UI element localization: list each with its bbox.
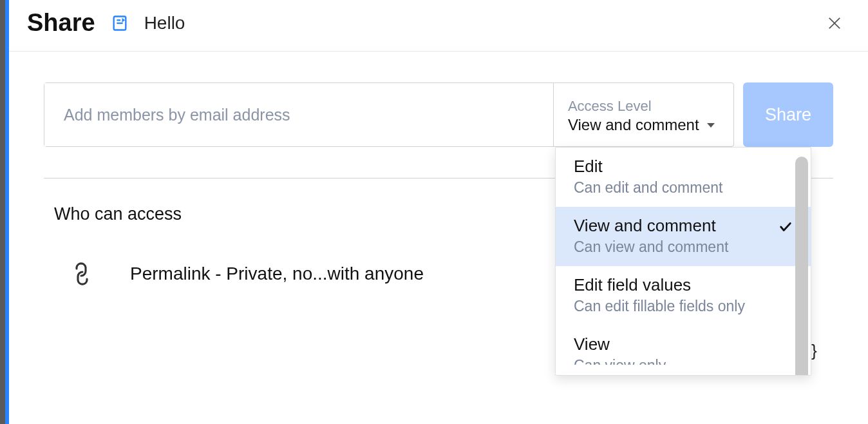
access-level-label: Access Level [568,98,719,115]
modal-title: Share [27,9,95,37]
invite-row: Access Level View and comment Share [44,82,833,147]
access-level-dropdown-trigger[interactable]: Access Level View and comment [553,83,733,146]
dropdown-item-title: Edit [574,157,722,177]
close-button[interactable] [824,13,845,34]
invite-input-box: Access Level View and comment [44,82,734,147]
dropdown-item-title: View and comment [574,216,728,236]
scrollbar-thumb[interactable] [795,157,808,376]
access-level-value: View and comment [568,116,699,134]
access-level-dropdown: Edit Can edit and comment View and comme… [555,147,811,376]
permalink-text: Permalink - Private, no...with anyone [130,264,424,284]
email-input[interactable] [44,83,553,146]
dropdown-item-desc: Can edit fillable fields only [574,298,745,315]
modal-header: Share Hello [9,0,868,52]
dropdown-item-view[interactable]: View Can view only [556,325,811,375]
share-button[interactable]: Share [743,82,833,147]
caret-down-icon [707,123,715,128]
dropdown-item-title: Edit field values [574,275,745,295]
document-icon [111,14,129,32]
dropdown-item-desc: Can view only [574,357,666,365]
dropdown-item-edit[interactable]: Edit Can edit and comment [556,148,811,207]
link-icon [66,258,97,289]
dropdown-item-edit-field-values[interactable]: Edit field values Can edit fillable fiel… [556,266,811,325]
share-modal: Share Hello Access Level [5,0,868,424]
dropdown-item-view-comment[interactable]: View and comment Can view and comment [556,207,811,266]
check-icon [778,220,793,234]
modal-body: Access Level View and comment Share Who … [9,52,868,424]
document-name: Hello [144,13,185,34]
dropdown-item-title: View [574,334,666,354]
dropdown-item-desc: Can edit and comment [574,179,722,197]
decor-character: } [811,341,817,361]
dropdown-item-desc: Can view and comment [574,238,728,256]
